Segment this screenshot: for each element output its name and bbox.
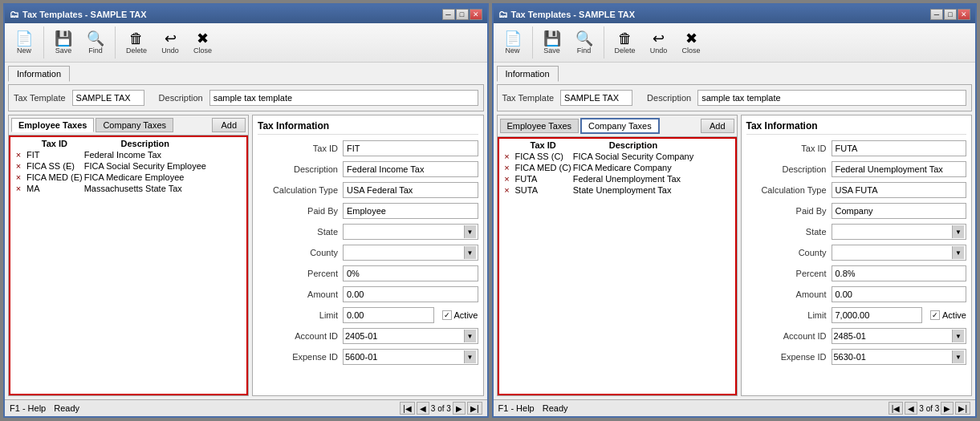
- active-checkbox[interactable]: ✓: [930, 310, 940, 320]
- row-tax-id[interactable]: FICA MED (E): [26, 172, 83, 182]
- row-tax-id[interactable]: FICA SS (E): [26, 161, 83, 171]
- input-paid-by[interactable]: Employee: [343, 203, 478, 219]
- maximize-button[interactable]: □: [944, 9, 957, 20]
- row-description[interactable]: Federal Income Tax: [84, 150, 206, 160]
- nav-prev-button[interactable]: ◀: [905, 402, 917, 415]
- nav-last-button[interactable]: ▶|: [467, 402, 482, 415]
- input-tax-id[interactable]: FUTA: [832, 140, 967, 156]
- row-description[interactable]: Massachusetts State Tax: [84, 184, 206, 193]
- nav-first-button[interactable]: |◀: [889, 402, 904, 415]
- maximize-button[interactable]: □: [456, 9, 469, 20]
- tax-table-container: Tax ID Description × FIT Federal Income: [9, 136, 248, 395]
- employee-taxes-tab[interactable]: Employee Taxes: [11, 118, 94, 132]
- row-description[interactable]: FICA Social Security Employee: [84, 161, 206, 171]
- information-tab[interactable]: Information: [497, 66, 559, 82]
- table-row[interactable]: × MA Massachusetts State Tax: [12, 184, 206, 193]
- input-amount[interactable]: 0.00: [832, 286, 967, 302]
- row-x[interactable]: ×: [501, 152, 514, 161]
- select-state[interactable]: ▼: [343, 224, 478, 240]
- add-button[interactable]: Add: [212, 118, 246, 132]
- description-value[interactable]: sample tax template: [209, 90, 478, 106]
- form-row-paid-by: Paid By Company: [746, 202, 967, 220]
- row-x[interactable]: ×: [12, 172, 25, 182]
- input-limit[interactable]: 7,000.00: [832, 307, 923, 323]
- row-x[interactable]: ×: [12, 184, 25, 193]
- input-limit[interactable]: 0.00: [343, 307, 434, 323]
- company-taxes-tab[interactable]: Company Taxes: [96, 118, 173, 132]
- nav-first-button[interactable]: |◀: [400, 402, 415, 415]
- row-tax-id[interactable]: MA: [26, 184, 83, 193]
- minimize-button[interactable]: ─: [930, 9, 943, 20]
- employee-taxes-tab[interactable]: Employee Taxes: [500, 119, 579, 133]
- row-tax-id[interactable]: FUTA: [515, 174, 571, 184]
- save-label: Save: [55, 47, 72, 55]
- find-button[interactable]: 🔍 Find: [570, 28, 599, 58]
- add-button[interactable]: Add: [701, 119, 734, 133]
- window-close-button[interactable]: ✕: [470, 9, 482, 20]
- row-tax-id[interactable]: FIT: [26, 150, 83, 160]
- tax-template-value[interactable]: SAMPLE TAX: [72, 90, 144, 106]
- nav-next-button[interactable]: ▶: [941, 402, 954, 415]
- row-x[interactable]: ×: [12, 150, 25, 160]
- new-button[interactable]: 📄 New: [498, 28, 527, 58]
- input-calculation-type[interactable]: USA FUTA: [832, 182, 967, 198]
- save-button[interactable]: 💾 Save: [538, 28, 567, 58]
- row-description[interactable]: Federal Unemployment Tax: [573, 174, 693, 184]
- company-taxes-tab[interactable]: Company Taxes: [580, 118, 660, 134]
- row-x[interactable]: ×: [501, 163, 514, 172]
- select-account-id[interactable]: 2405-01 ▼: [343, 328, 478, 344]
- table-row[interactable]: × FICA MED (E) FICA Medicare Employee: [12, 172, 206, 182]
- undo-button[interactable]: ↩ Undo: [645, 28, 673, 58]
- nav-last-button[interactable]: ▶|: [955, 402, 970, 415]
- undo-button[interactable]: ↩ Undo: [156, 28, 185, 58]
- delete-button[interactable]: 🗑 Delete: [609, 28, 641, 58]
- select-state[interactable]: ▼: [832, 224, 967, 240]
- row-x[interactable]: ×: [501, 174, 514, 184]
- window-close-button[interactable]: ✕: [958, 9, 970, 20]
- row-description[interactable]: FICA Social Security Company: [573, 152, 693, 161]
- minimize-button[interactable]: ─: [442, 9, 455, 20]
- row-description[interactable]: FICA Medicare Company: [573, 163, 693, 172]
- row-tax-id[interactable]: SUTA: [515, 185, 571, 195]
- input-description[interactable]: Federal Unemployment Tax: [832, 161, 967, 177]
- table-row[interactable]: × FICA SS (C) FICA Social Security Compa…: [501, 152, 694, 161]
- row-x[interactable]: ×: [501, 185, 514, 195]
- input-description[interactable]: Federal Income Tax: [343, 161, 478, 177]
- input-paid-by[interactable]: Company: [832, 203, 967, 219]
- row-description[interactable]: FICA Medicare Employee: [84, 172, 206, 182]
- nav-prev-button[interactable]: ◀: [417, 402, 429, 415]
- row-tax-id[interactable]: FICA MED (C): [515, 163, 571, 172]
- table-row[interactable]: × SUTA State Unemployment Tax: [501, 185, 694, 195]
- new-button[interactable]: 📄 New: [10, 28, 39, 58]
- information-tab[interactable]: Information: [8, 66, 70, 82]
- description-value[interactable]: sample tax template: [697, 90, 966, 106]
- close-button[interactable]: ✖ Close: [188, 28, 218, 58]
- input-percent[interactable]: 0.8%: [832, 265, 967, 281]
- find-button[interactable]: 🔍 Find: [81, 28, 110, 58]
- select-county[interactable]: ▼: [343, 245, 478, 261]
- delete-button[interactable]: 🗑 Delete: [120, 28, 152, 58]
- tax-template-value[interactable]: SAMPLE TAX: [560, 90, 632, 106]
- title-bar: 🗂 Tax Templates - SAMPLE TAX ─ □ ✕: [5, 6, 487, 23]
- row-description[interactable]: State Unemployment Tax: [573, 185, 693, 195]
- row-x[interactable]: ×: [12, 161, 25, 171]
- row-tax-id[interactable]: FICA SS (C): [515, 152, 571, 161]
- active-checkbox[interactable]: ✓: [442, 310, 452, 320]
- input-percent[interactable]: 0%: [343, 265, 478, 281]
- close-button[interactable]: ✖ Close: [677, 28, 706, 58]
- table-row[interactable]: × FIT Federal Income Tax: [12, 150, 206, 160]
- save-button[interactable]: 💾 Save: [49, 28, 78, 58]
- table-row[interactable]: × FUTA Federal Unemployment Tax: [501, 174, 694, 184]
- nav-next-button[interactable]: ▶: [453, 402, 466, 415]
- input-amount[interactable]: 0.00: [343, 286, 478, 302]
- input-calculation-type[interactable]: USA Federal Tax: [343, 182, 478, 198]
- select-expense-id[interactable]: 5630-01 ▼: [832, 349, 967, 365]
- table-row[interactable]: × FICA MED (C) FICA Medicare Company: [501, 163, 694, 172]
- select-account-id[interactable]: 2485-01 ▼: [832, 328, 967, 344]
- select-expense-id[interactable]: 5600-01 ▼: [343, 349, 478, 365]
- input-tax-id[interactable]: FIT: [343, 140, 478, 156]
- tax-template-label: Tax Template: [502, 93, 555, 103]
- table-row[interactable]: × FICA SS (E) FICA Social Security Emplo…: [12, 161, 206, 171]
- form-row-limit: Limit 0.00 ✓ Active: [258, 306, 478, 324]
- select-county[interactable]: ▼: [832, 245, 967, 261]
